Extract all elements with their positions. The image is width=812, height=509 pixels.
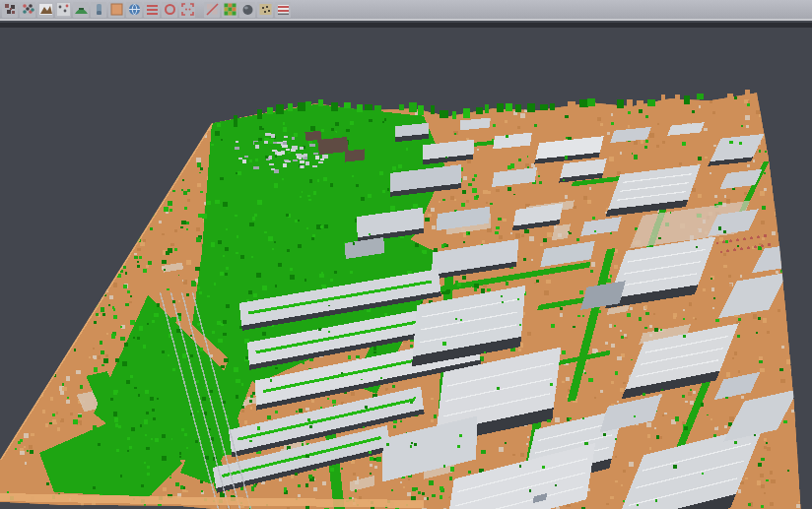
terrain-button[interactable]: [37, 2, 53, 18]
point-cloud-icon: [3, 2, 18, 17]
grid-cells-icon: [205, 2, 220, 17]
point-cloud-rendering: [0, 28, 812, 509]
ortho-view-icon: [109, 2, 124, 17]
classified-map-button[interactable]: [222, 2, 237, 18]
flag-button[interactable]: [275, 2, 291, 18]
sparse-points-icon: [56, 2, 71, 17]
profile-view-icon: [92, 2, 106, 17]
terrain-icon: [38, 2, 53, 17]
classify-points-icon: [21, 2, 35, 17]
layer-stack-icon: [145, 2, 160, 17]
sphere-render-button[interactable]: [239, 2, 255, 18]
viewport-3d[interactable]: [0, 28, 812, 509]
vegetation-icon: [74, 2, 89, 17]
select-region-icon: [180, 2, 195, 17]
globe-button[interactable]: [126, 2, 142, 18]
ortho-view-button[interactable]: [108, 2, 124, 18]
application-window: [0, 0, 812, 509]
classify-points-button[interactable]: [20, 2, 35, 18]
vegetation-button[interactable]: [73, 2, 89, 18]
globe-icon: [127, 2, 142, 17]
measure-icon: [258, 2, 273, 17]
target-button[interactable]: [162, 2, 177, 18]
main-toolbar: [0, 0, 812, 21]
target-icon: [163, 2, 177, 17]
point-cloud-button[interactable]: [2, 2, 18, 18]
classified-map-icon: [223, 2, 237, 17]
sphere-render-icon: [240, 2, 255, 17]
measure-button[interactable]: [257, 2, 273, 18]
grid-cells-button[interactable]: [204, 2, 220, 18]
flag-icon: [276, 2, 291, 17]
select-region-button[interactable]: [179, 2, 195, 18]
profile-view-button[interactable]: [91, 2, 106, 18]
sparse-points-button[interactable]: [55, 2, 71, 18]
layer-stack-button[interactable]: [144, 2, 160, 18]
